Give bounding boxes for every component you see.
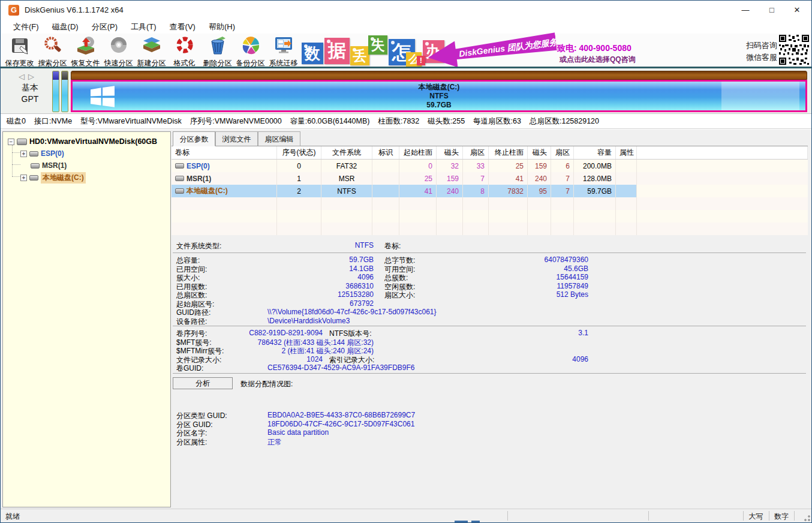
detail-mft-cluster: $MFT簇号: 786432 (柱面:433 磁头:144 扇区:32) xyxy=(176,338,776,347)
col-header[interactable]: 卷标 xyxy=(172,146,277,159)
tab-partition-params[interactable]: 分区参数 xyxy=(173,131,215,146)
table-row-empty xyxy=(172,223,808,235)
save-changes-button[interactable]: 保存更改 xyxy=(3,34,36,67)
delete-partition-button[interactable]: 删除分区 xyxy=(201,34,234,67)
col-header[interactable]: 标识 xyxy=(372,146,399,159)
tree-node-disk[interactable]: − HD0:VMwareVirtualNVMeDisk(60GB xyxy=(8,136,157,148)
detail-divider xyxy=(173,253,806,253)
detail-partition-attr: 分区属性: 正常 xyxy=(176,437,776,446)
format-button[interactable]: 格式化 xyxy=(168,34,201,67)
partition-nav-arrows[interactable]: ◁▷ xyxy=(19,72,38,81)
detail-partition-guid: 分区 GUID: 18FD06D0-47CF-426C-9C17-5D097F4… xyxy=(176,420,776,429)
partition-table: 卷标 序号(状态) 文件系统 标识 起始柱面 磁头 扇区 终止柱面 磁头 扇区 … xyxy=(172,146,808,235)
search-partition-button[interactable]: 搜索分区 xyxy=(36,34,69,67)
recover-files-icon xyxy=(76,35,96,58)
new-partition-icon xyxy=(142,35,162,58)
quick-partition-icon xyxy=(109,35,129,58)
close-button[interactable]: ✕ xyxy=(784,1,810,19)
esp-partition-bar[interactable] xyxy=(52,71,59,112)
detail-start-sector: 起始扇区号: 673792 xyxy=(176,299,776,308)
ad-banner[interactable]: 数 据 丢 失 怎 么 办 ! DiskGenius 团队为您服务 致电: 40… xyxy=(300,34,744,67)
save-icon xyxy=(10,35,30,58)
partition-overview-panel: ◁▷ 基本 GPT 本地磁盘(C:) NTFS 59.7GB xyxy=(1,68,811,114)
allocation-map-label: 数据分配情况图: xyxy=(240,379,293,389)
col-header[interactable]: 容量 xyxy=(574,146,616,159)
quick-partition-button[interactable]: 快速分区 xyxy=(102,34,135,67)
c-drive-partition-bar[interactable]: 本地磁盘(C:) NTFS 59.7GB xyxy=(71,80,807,112)
detail-divider xyxy=(173,326,806,326)
detail-pair-row: 已用空间:14.1GB 可用空间:45.6GB xyxy=(176,264,776,273)
ad-tile: 失 xyxy=(368,35,387,55)
ad-tile: ! xyxy=(417,56,425,65)
ad-tile: 丢 xyxy=(350,46,369,65)
partition-icon xyxy=(175,188,184,194)
table-header-row: 卷标 序号(状态) 文件系统 标识 起始柱面 磁头 扇区 终止柱面 磁头 扇区 … xyxy=(172,146,808,160)
minimize-button[interactable]: — xyxy=(732,1,759,19)
backup-partition-button[interactable]: 备份分区 xyxy=(234,34,267,67)
scan-label-2: 微信客服 xyxy=(746,52,777,63)
table-row-empty xyxy=(172,210,808,223)
col-header[interactable]: 起始柱面 xyxy=(399,146,437,159)
disk-info-segment: 磁盘0 xyxy=(7,116,26,127)
app-logo-icon: G xyxy=(8,5,19,16)
table-row-empty xyxy=(172,197,808,210)
disk-info-segment: 柱面数:7832 xyxy=(378,116,419,127)
col-header[interactable]: 扇区 xyxy=(463,146,489,159)
disk-style-basic: 基本 xyxy=(11,83,49,94)
detail-divider xyxy=(173,373,806,374)
menu-view[interactable]: 查看(V) xyxy=(163,20,202,34)
tree-node-msr[interactable]: MSR(1) xyxy=(31,160,67,172)
col-header[interactable]: 属性 xyxy=(616,146,637,159)
detail-partition-type-guid: 分区类型 GUID: EBD0A0A2-B9E5-4433-87C0-68B6B… xyxy=(176,411,776,420)
col-header[interactable]: 序号(状态) xyxy=(277,146,321,159)
recover-files-button[interactable]: 恢复文件 xyxy=(69,34,102,67)
table-row-local-disk-c[interactable]: 本地磁盘(C:) 2 NTFS 41 240 8 7832 95 7 59.7G… xyxy=(172,185,808,197)
partition-icon xyxy=(175,163,184,169)
col-header[interactable]: 磁头 xyxy=(437,146,463,159)
tree-node-local-disk-c[interactable]: + 本地磁盘(C:) xyxy=(20,172,86,184)
expand-icon[interactable]: + xyxy=(20,151,27,157)
resize-grip[interactable] xyxy=(802,513,810,521)
col-header[interactable]: 终止柱面 xyxy=(489,146,528,159)
col-header[interactable]: 文件系统 xyxy=(321,146,372,159)
maximize-button[interactable]: □ xyxy=(759,1,785,19)
ad-qq-link[interactable]: 或点击此处选择QQ咨询 xyxy=(560,55,636,65)
title-bar[interactable]: G DiskGenius V6.1.1.1742 x64 — □ ✕ xyxy=(1,1,811,20)
col-header[interactable]: 磁头 xyxy=(528,146,551,159)
ad-arrow: DiskGenius 团队为您服务 xyxy=(426,29,558,71)
menu-file[interactable]: 文件(F) xyxy=(7,20,46,34)
delete-partition-icon xyxy=(207,35,228,58)
table-row-esp[interactable]: ESP(0) 0 FAT32 0 32 33 25 159 6 200.0MB xyxy=(172,160,808,172)
detail-mftmirr-cluster: $MFTMirr簇号: 2 (柱面:41 磁头:240 扇区:24) xyxy=(176,346,776,355)
menu-disk[interactable]: 磁盘(D) xyxy=(46,20,85,34)
disk-info-segment: 总扇区数:125829120 xyxy=(530,116,599,127)
table-row-msr[interactable]: MSR(1) 1 MSR 25 159 7 41 240 7 128.0MB xyxy=(172,172,808,185)
detail-file-record-size: 文件记录大小: 1024 索引记录大小: 4096 xyxy=(176,355,776,364)
analyze-button[interactable]: 分析 xyxy=(173,377,233,389)
menu-tools[interactable]: 工具(T) xyxy=(124,20,163,34)
tree-node-label: 本地磁盘(C:) xyxy=(41,172,86,184)
status-text: 就绪 xyxy=(5,512,20,522)
collapse-icon[interactable]: − xyxy=(8,139,14,145)
numlock-indicator: 数字 xyxy=(769,512,794,522)
tree-node-label: ESP(0) xyxy=(41,149,64,158)
system-migrate-icon xyxy=(273,35,294,58)
tab-browse-files[interactable]: 浏览文件 xyxy=(215,131,258,146)
tree-node-label: MSR(1) xyxy=(42,161,67,170)
new-partition-button[interactable]: 新建分区 xyxy=(135,34,168,67)
disk-info-segment: 型号:VMwareVirtualNVMeDisk xyxy=(80,116,182,127)
menu-help[interactable]: 帮助(H) xyxy=(202,20,242,34)
disk-info-segment: 序列号:VMWareNVME0000 xyxy=(190,116,282,127)
tree-node-esp[interactable]: + ESP(0) xyxy=(20,148,64,160)
expand-icon[interactable]: + xyxy=(20,175,27,181)
msr-partition-bar[interactable] xyxy=(61,71,68,112)
col-header[interactable]: 扇区 xyxy=(551,146,574,159)
window-edge-accent xyxy=(471,521,480,522)
backup-partition-icon xyxy=(240,35,261,58)
qr-code xyxy=(779,35,809,65)
tab-sector-edit[interactable]: 扇区编辑 xyxy=(258,131,300,146)
system-migrate-button[interactable]: 系统迁移 xyxy=(267,34,300,67)
menu-partition[interactable]: 分区(P) xyxy=(85,20,124,34)
format-icon xyxy=(175,35,195,58)
detail-guid-path: GUID路径: \\?\Volume{18fd06d0-47cf-426c-9c… xyxy=(176,308,776,317)
